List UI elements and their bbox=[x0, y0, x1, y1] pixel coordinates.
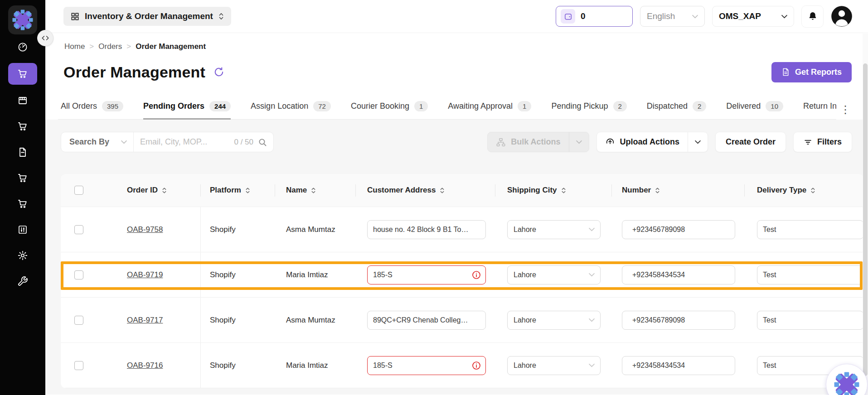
top-bar: Inventory & Order Management 0 English bbox=[45, 0, 868, 33]
chevron-down-icon bbox=[692, 14, 698, 19]
delivery-type-field[interactable] bbox=[757, 311, 863, 330]
breadcrumb-home[interactable]: Home bbox=[64, 42, 85, 51]
delivery-type-field[interactable] bbox=[757, 265, 863, 284]
order-id-link[interactable]: OAB-9716 bbox=[127, 361, 163, 370]
address-error-icon[interactable] bbox=[472, 270, 481, 279]
tab-pending-orders[interactable]: Pending Orders 244 bbox=[143, 101, 231, 120]
tab-return-in-transit[interactable]: Return In Transit 1 bbox=[803, 101, 836, 120]
column-header-platform[interactable]: Platform bbox=[201, 174, 275, 207]
shipping-city-select[interactable]: Lahore bbox=[507, 265, 601, 284]
row-checkbox[interactable] bbox=[74, 270, 83, 279]
sidebar-item-returns-cart[interactable] bbox=[8, 194, 37, 214]
table-row: OAB-9719 Shopify Maria Imtiaz Lahore bbox=[61, 252, 863, 298]
cart-icon bbox=[17, 173, 28, 183]
tab-pending-pickup[interactable]: Pending Pickup 2 bbox=[551, 101, 626, 120]
phone-number-field[interactable] bbox=[622, 220, 735, 239]
search-by-select[interactable]: Search By bbox=[61, 132, 134, 152]
sidebar-item-store[interactable] bbox=[8, 91, 37, 111]
upload-actions-caret[interactable] bbox=[688, 132, 708, 152]
app-switcher-label: Inventory & Order Management bbox=[85, 11, 213, 21]
create-order-button[interactable]: Create Order bbox=[715, 132, 786, 152]
shipping-city-select[interactable]: Lahore bbox=[507, 220, 601, 239]
refresh-icon bbox=[213, 67, 224, 77]
bulk-actions-caret[interactable] bbox=[569, 132, 589, 152]
brand-logo bbox=[8, 5, 37, 34]
breadcrumb: Home > Orders > Order Management bbox=[64, 42, 868, 51]
filters-button[interactable]: Filters bbox=[793, 132, 852, 152]
table-header-row: Order ID Platform Name Customer Address bbox=[61, 174, 863, 207]
row-checkbox[interactable] bbox=[74, 316, 83, 325]
sidebar-item-sales-cart[interactable] bbox=[8, 168, 37, 188]
tab-dispatched[interactable]: Dispatched 2 bbox=[647, 101, 706, 120]
refresh-button[interactable] bbox=[213, 67, 224, 77]
sort-icon bbox=[311, 187, 316, 194]
bell-icon bbox=[808, 11, 818, 22]
bulk-actions-button[interactable]: Bulk Actions bbox=[487, 132, 589, 152]
sidebar-item-purchase-cart[interactable] bbox=[8, 116, 37, 136]
shipping-city-select[interactable]: Lahore bbox=[507, 311, 601, 330]
language-select[interactable]: English bbox=[640, 6, 705, 27]
sort-icon bbox=[245, 187, 250, 194]
column-header-number[interactable]: Number bbox=[612, 174, 745, 207]
phone-number-field[interactable] bbox=[622, 311, 735, 330]
page-scrollbar-thumb[interactable] bbox=[863, 63, 868, 376]
tab-delivered[interactable]: Delivered 10 bbox=[726, 101, 783, 120]
column-header-order-id[interactable]: Order ID bbox=[97, 174, 201, 207]
tab-assign-location[interactable]: Assign Location 72 bbox=[251, 101, 331, 120]
tab-awaiting-approval[interactable]: Awaiting Approval 1 bbox=[448, 101, 531, 120]
customer-address-field[interactable] bbox=[367, 220, 486, 239]
phone-number-field[interactable] bbox=[622, 265, 735, 284]
row-checkbox[interactable] bbox=[74, 361, 83, 370]
tab-count-badge: 1 bbox=[414, 101, 428, 111]
order-id-link[interactable]: OAB-9719 bbox=[127, 270, 163, 279]
delivery-type-field[interactable] bbox=[757, 220, 863, 239]
address-error-icon[interactable] bbox=[472, 361, 481, 370]
tab-courier-booking[interactable]: Courier Booking 1 bbox=[351, 101, 428, 120]
column-header-delivery-type[interactable]: Delivery Type bbox=[745, 174, 863, 207]
chevron-down-icon bbox=[781, 14, 787, 19]
order-id-link[interactable]: OAB-9758 bbox=[127, 225, 163, 234]
app-switcher[interactable]: Inventory & Order Management bbox=[63, 7, 231, 26]
column-header-name[interactable]: Name bbox=[275, 174, 356, 207]
wrench-icon bbox=[17, 276, 28, 287]
sidebar-item-settings[interactable] bbox=[8, 246, 37, 265]
chevron-down-icon bbox=[589, 227, 595, 231]
select-all-checkbox[interactable] bbox=[74, 186, 83, 195]
breadcrumb-orders[interactable]: Orders bbox=[98, 42, 122, 51]
column-header-shipping-city[interactable]: Shipping City bbox=[495, 174, 612, 207]
user-avatar[interactable] bbox=[831, 5, 853, 27]
get-reports-button[interactable]: Get Reports bbox=[771, 62, 852, 82]
notifications-button[interactable] bbox=[801, 5, 824, 28]
wallet-button[interactable]: 0 bbox=[556, 6, 633, 27]
order-id-link[interactable]: OAB-9717 bbox=[127, 316, 163, 325]
search-input[interactable] bbox=[134, 137, 234, 147]
platform-value: Shopify bbox=[210, 270, 236, 279]
shipping-city-select[interactable]: Lahore bbox=[507, 356, 601, 375]
phone-number-field[interactable] bbox=[622, 356, 735, 375]
sidebar-item-dashboard[interactable] bbox=[8, 37, 37, 57]
customer-address-field[interactable] bbox=[367, 265, 486, 284]
sidebar-item-documents[interactable] bbox=[8, 142, 37, 162]
search-char-counter: 0 / 50 bbox=[234, 138, 253, 147]
sidebar-collapse-button[interactable] bbox=[37, 30, 53, 46]
customer-address-field[interactable] bbox=[367, 311, 486, 330]
tabs-overflow-button[interactable]: ⋮ bbox=[836, 103, 854, 116]
tab-count-badge: 2 bbox=[693, 101, 706, 111]
brand-logo-icon bbox=[12, 10, 33, 30]
dashboard-icon bbox=[17, 42, 28, 53]
tab-all-orders[interactable]: All Orders 395 bbox=[61, 101, 123, 120]
sidebar-item-orders[interactable] bbox=[8, 63, 37, 85]
search-control: Search By 0 / 50 bbox=[61, 132, 274, 152]
sidebar-item-tools[interactable] bbox=[8, 271, 37, 291]
chevron-down-icon bbox=[576, 140, 582, 144]
tab-label: Delivered bbox=[726, 101, 761, 111]
customer-name: Asma Mumtaz bbox=[286, 316, 335, 325]
workspace-select[interactable]: OMS_XAP bbox=[712, 6, 794, 27]
row-checkbox[interactable] bbox=[74, 225, 83, 234]
customer-address-field[interactable] bbox=[367, 356, 486, 375]
upload-actions-button[interactable]: Upload Actions bbox=[596, 132, 708, 152]
sidebar-item-controls[interactable] bbox=[8, 220, 37, 240]
search-icon[interactable] bbox=[258, 138, 267, 147]
sidebar-nav bbox=[0, 37, 45, 291]
column-header-customer-address[interactable]: Customer Address bbox=[356, 174, 495, 207]
